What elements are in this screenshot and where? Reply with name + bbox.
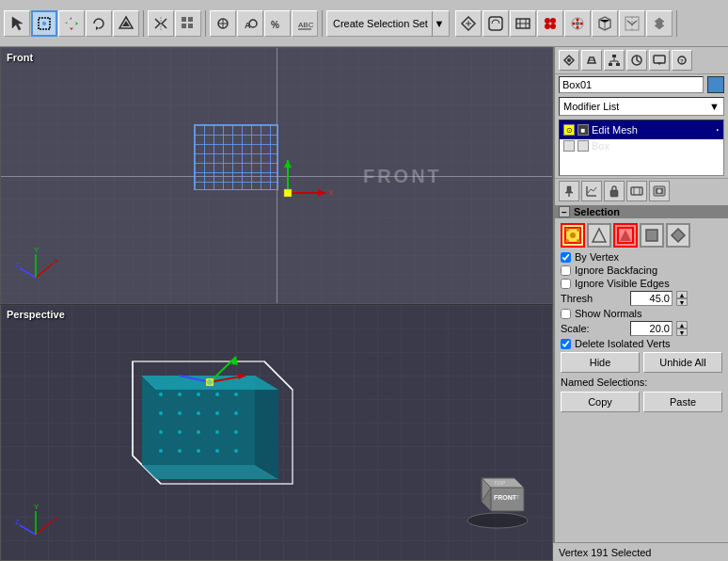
svg-rect-16 <box>489 17 502 30</box>
panel-tool-display[interactable] <box>626 181 647 201</box>
svg-point-52 <box>215 393 219 396</box>
panel-icon-display[interactable] <box>649 50 670 71</box>
viewport-perspective[interactable]: FRONT LEFT TOP Perspective X Y Z <box>0 304 553 561</box>
toolbar-group-nav <box>455 10 677 37</box>
sel-mode-edge[interactable] <box>587 223 611 248</box>
svg-point-57 <box>215 411 219 415</box>
svg-text:?: ? <box>680 58 684 64</box>
svg-text:Y: Y <box>34 503 40 511</box>
svg-text:Y: Y <box>34 246 40 254</box>
show-normals-checkbox[interactable] <box>561 309 571 319</box>
svg-line-84 <box>20 525 36 535</box>
modifier-icon-eye2[interactable] <box>563 140 575 152</box>
nav-btn-3[interactable] <box>510 10 536 37</box>
svg-point-23 <box>545 24 550 29</box>
modifier-list-dropdown[interactable]: Modifier List ▼ <box>559 97 724 116</box>
nav-cube-container: FRONT LEFT TOP <box>463 459 533 532</box>
viewport-front[interactable]: X FRONT Front X Y Z <box>0 47 553 304</box>
svg-point-59 <box>159 430 163 434</box>
svg-point-75 <box>207 379 213 385</box>
rotate-btn[interactable] <box>86 10 112 37</box>
planar-thresh-input[interactable] <box>630 291 673 306</box>
sel-mode-face[interactable] <box>613 223 638 248</box>
svg-marker-119 <box>593 229 606 242</box>
select-btn[interactable] <box>4 10 30 37</box>
nav-btn-1[interactable] <box>455 10 482 37</box>
panel-icon-create[interactable] <box>559 50 579 71</box>
nav-btn-2[interactable] <box>483 10 509 37</box>
modifier-icon-toggle[interactable]: ■ <box>578 124 589 136</box>
panel-icon-hierarchy[interactable] <box>604 50 625 71</box>
hide-btn[interactable]: Hide <box>561 352 640 373</box>
ignore-backfacing-row: Ignore Backfacing <box>555 264 728 277</box>
unhide-btn[interactable]: Unhide All <box>643 352 722 373</box>
scale-up[interactable]: ▲ <box>676 321 688 329</box>
nav-btn-7[interactable] <box>619 10 645 37</box>
panel-icon-motion[interactable] <box>626 50 647 71</box>
nav-btn-8[interactable] <box>646 10 673 37</box>
vertex-status: Vertex 191 Selected <box>559 547 651 558</box>
by-vertex-checkbox[interactable] <box>561 252 571 263</box>
scale-down[interactable]: ▼ <box>676 329 688 336</box>
modifier-name-box: Box <box>592 140 609 152</box>
region-select-btn[interactable] <box>31 10 57 37</box>
ignore-backfacing-checkbox[interactable] <box>561 265 571 276</box>
create-selection-btn[interactable]: Create Selection Set ▼ <box>326 10 450 37</box>
nav-btn-5[interactable] <box>564 10 591 37</box>
svg-text:ABC: ABC <box>298 21 313 29</box>
copy-btn[interactable]: Copy <box>561 392 640 412</box>
panel-icon-modify[interactable] <box>581 50 602 71</box>
sel-mode-polygon[interactable] <box>640 223 664 248</box>
array-btn[interactable] <box>175 10 201 37</box>
selection-collapse-btn[interactable]: − <box>559 206 570 217</box>
svg-rect-5 <box>188 17 193 22</box>
create-selection-dropdown-arrow[interactable]: ▼ <box>432 11 443 36</box>
scale-input[interactable] <box>630 321 673 336</box>
svg-point-26 <box>576 22 579 25</box>
spinner-snap-btn[interactable]: ABC <box>292 10 318 37</box>
delete-isolated-checkbox[interactable] <box>561 339 571 349</box>
planar-thresh-arrows: ▲ ▼ <box>676 291 688 306</box>
modifier-icon-toggle2[interactable] <box>578 140 589 152</box>
panel-tool-graph[interactable] <box>581 181 602 201</box>
nav-btn-6[interactable] <box>592 10 618 37</box>
selection-title: Selection <box>574 206 620 217</box>
panel-tool-pin[interactable] <box>559 181 579 201</box>
move-btn[interactable] <box>58 10 85 37</box>
svg-point-49 <box>159 393 163 396</box>
svg-point-114 <box>570 232 576 238</box>
modifier-icon-eye[interactable]: ⊙ <box>563 124 575 136</box>
paste-btn[interactable]: Paste <box>643 392 722 412</box>
svg-text:%: % <box>271 20 279 30</box>
delete-isolated-label: Delete Isolated Verts <box>575 338 671 349</box>
scale-label: Scale: <box>561 323 626 334</box>
percent-snap-btn[interactable]: % <box>264 10 291 37</box>
object-color-swatch[interactable] <box>707 76 724 93</box>
planar-thresh-down[interactable]: ▼ <box>676 298 688 306</box>
svg-point-63 <box>234 430 238 434</box>
nav-btn-4[interactable] <box>537 10 563 37</box>
scale-btn[interactable] <box>113 10 139 37</box>
snap-btn[interactable] <box>210 10 236 37</box>
panel-tool-render[interactable] <box>649 181 670 201</box>
svg-point-62 <box>215 430 219 434</box>
modifier-item-edit-mesh[interactable]: ⊙ ■ Edit Mesh · <box>560 120 723 139</box>
svg-line-39 <box>36 264 53 278</box>
planar-thresh-up[interactable]: ▲ <box>676 291 688 298</box>
sel-mode-element[interactable] <box>666 223 690 248</box>
by-vertex-label: By Vertex <box>575 251 619 263</box>
sel-mode-vertex[interactable] <box>561 223 585 248</box>
ignore-visible-edges-checkbox[interactable] <box>561 279 571 289</box>
svg-point-29 <box>576 18 578 21</box>
svg-rect-88 <box>612 55 616 57</box>
front-viewport-label: Front <box>7 52 33 63</box>
svg-text:X: X <box>54 257 57 265</box>
svg-point-24 <box>550 24 556 29</box>
mirror-btn[interactable] <box>148 10 174 37</box>
angle-snap-btn[interactable]: A <box>237 10 263 37</box>
panel-tool-lock[interactable] <box>604 181 625 201</box>
object-name-input[interactable] <box>559 76 704 93</box>
modifier-item-box[interactable]: Box <box>560 139 723 152</box>
planar-thresh-label: Thresh <box>561 293 626 304</box>
panel-icon-utilities[interactable]: ? <box>672 50 692 71</box>
